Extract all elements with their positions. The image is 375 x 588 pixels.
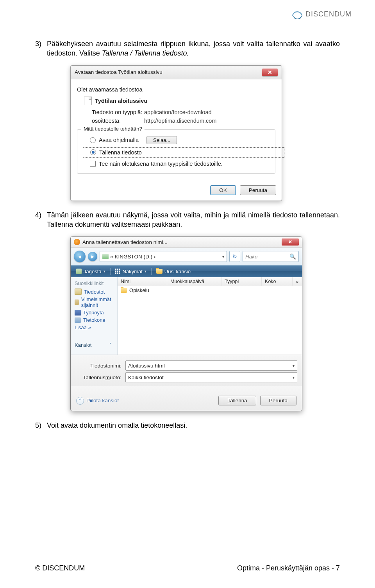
- organize-button[interactable]: Järjestä ▾: [74, 268, 108, 275]
- folders-header[interactable]: Kansiot ˄: [75, 342, 113, 348]
- chevron-up-icon: ˄: [109, 342, 112, 348]
- brand-logo: DISCENDUM: [291, 9, 352, 19]
- file-from-row: osoitteesta: http://optima.discendum.com: [77, 118, 275, 124]
- file-pane: Nimi Muokkauspäivä Tyyppi Koko » Opiskel…: [118, 277, 302, 355]
- cancel-button[interactable]: Peruuta: [240, 185, 276, 195]
- footer-right: Optima - Peruskäyttäjän opas - 7: [237, 564, 340, 572]
- documents-icon: [75, 289, 82, 295]
- radio-save[interactable]: [90, 149, 96, 155]
- step-3: 3) Pääkehykseen avautuu selaimesta riipp…: [35, 39, 340, 58]
- computer-icon: [75, 317, 81, 323]
- download-dialog: Avataan tiedostoa Työtilan aloitussivu ✕…: [70, 65, 282, 201]
- save-form: TTiedostonimi:iedostonimi: Aloitussivu.h…: [71, 355, 302, 386]
- breadcrumb[interactable]: « KINGSTON (D:)▸ ▾: [100, 251, 227, 262]
- step-4: 4) Tämän jälkeen avautuu näkymä, jossa v…: [35, 210, 340, 229]
- option-open-row[interactable]: Avaa ohjelmalla Selaa...: [83, 134, 270, 146]
- new-folder-icon: [156, 269, 162, 274]
- footer-left: © DISCENDUM: [35, 564, 85, 572]
- sidebar-item-recent[interactable]: Viimeisimmät sijainnit: [75, 296, 113, 309]
- remember-row[interactable]: Tee näin oletuksena tämän tyyppisille ti…: [83, 159, 270, 169]
- column-headers[interactable]: Nimi Muokkauspäivä Tyyppi Koko »: [118, 277, 302, 286]
- filetype-combo[interactable]: Kaikki tiedostot ▾: [125, 372, 297, 382]
- file-row: Työtilan aloitussivu: [77, 95, 275, 107]
- nav-row: ◄ ► « KINGSTON (D:)▸ ▾ ↻ Haku 🔍: [71, 248, 302, 265]
- file-type-row: Tiedosto on tyyppiä: application/force-d…: [77, 109, 275, 115]
- new-folder-button[interactable]: Uusi kansio: [154, 268, 193, 275]
- sidebar-more[interactable]: Lisää »: [75, 324, 113, 330]
- explorer-toolbar: Järjestä ▾ Näkymät ▾ Uusi kansio: [71, 265, 302, 277]
- browse-button[interactable]: Selaa...: [146, 136, 177, 144]
- brand-text: DISCENDUM: [305, 10, 352, 18]
- intro-text: Olet avaamassa tiedostoa: [77, 86, 275, 93]
- organize-icon: [76, 269, 82, 274]
- refresh-button[interactable]: ↻: [229, 251, 240, 262]
- dialog-title: Avataan tiedostoa Työtilan aloitussivu: [75, 69, 162, 75]
- ok-button[interactable]: OK: [210, 185, 236, 195]
- option-save-row[interactable]: Tallenna tiedosto: [83, 147, 284, 158]
- filename-label: TTiedostonimi:iedostonimi:: [75, 363, 125, 369]
- action-groupbox: Mitä tiedostolle tehdään? Avaa ohjelmall…: [77, 129, 275, 174]
- forward-button[interactable]: ►: [88, 252, 97, 261]
- saveas-footer: ˄ Piilota kansiot TaTallennallenna Peruu…: [71, 386, 302, 411]
- chevron-down-icon: ▾: [293, 375, 295, 380]
- search-icon: 🔍: [289, 253, 296, 260]
- search-input[interactable]: Haku 🔍: [243, 251, 299, 262]
- saveas-title: Anna tallennettavan tiedoston nimi...: [82, 239, 168, 245]
- cancel-button[interactable]: Peruuta: [260, 396, 296, 405]
- file-icon: [84, 97, 92, 105]
- recent-icon: [75, 299, 79, 305]
- file-row-opiskelu[interactable]: Opiskelu: [118, 286, 302, 294]
- close-button[interactable]: ✕: [282, 238, 299, 246]
- save-as-dialog: Anna tallennettavan tiedoston nimi... ✕ …: [70, 236, 302, 411]
- drive-icon: [102, 254, 109, 259]
- save-button[interactable]: TaTallennallenna: [218, 396, 256, 405]
- sidebar-item-computer[interactable]: Tietokone: [75, 316, 113, 324]
- remember-checkbox[interactable]: [90, 161, 96, 167]
- saveas-titlebar: Anna tallennettavan tiedoston nimi... ✕: [71, 237, 302, 248]
- logo-swirl-icon: [291, 9, 303, 19]
- radio-open[interactable]: [90, 137, 96, 143]
- chevron-down-icon: ▾: [293, 364, 295, 368]
- filetype-label: Tallennusmuoto:: [75, 375, 125, 380]
- firefox-icon: [74, 239, 80, 245]
- breadcrumb-dropdown-icon[interactable]: ▾: [222, 255, 224, 259]
- hide-folders-toggle[interactable]: ˄ Piilota kansiot: [76, 397, 119, 405]
- favorites-header: Suosikkilinkit: [75, 280, 113, 286]
- group-legend: Mitä tiedostolle tehdään?: [81, 126, 145, 132]
- views-button[interactable]: Näkymät ▾: [113, 268, 149, 275]
- desktop-icon: [75, 310, 81, 316]
- explorer-sidebar: Suosikkilinkit Tiedostot Viimeisimmät si…: [71, 277, 118, 355]
- folder-icon: [121, 288, 127, 293]
- filename: Työtilan aloitussivu: [95, 98, 147, 104]
- views-icon: [115, 269, 121, 274]
- sidebar-item-documents[interactable]: Tiedostot: [75, 288, 113, 296]
- chevron-up-icon: ˄: [76, 397, 84, 405]
- document-footer: © DISCENDUM Optima - Peruskäyttäjän opas…: [35, 564, 340, 572]
- dialog-titlebar: Avataan tiedostoa Työtilan aloitussivu ✕: [71, 66, 282, 79]
- filename-combo[interactable]: Aloitussivu.html ▾: [125, 360, 297, 371]
- sidebar-item-desktop[interactable]: Työpöytä: [75, 309, 113, 316]
- close-button[interactable]: ✕: [262, 68, 278, 76]
- back-button[interactable]: ◄: [74, 251, 86, 262]
- step-5: 5) Voit avata dokumentin omalla tietokon…: [35, 421, 340, 430]
